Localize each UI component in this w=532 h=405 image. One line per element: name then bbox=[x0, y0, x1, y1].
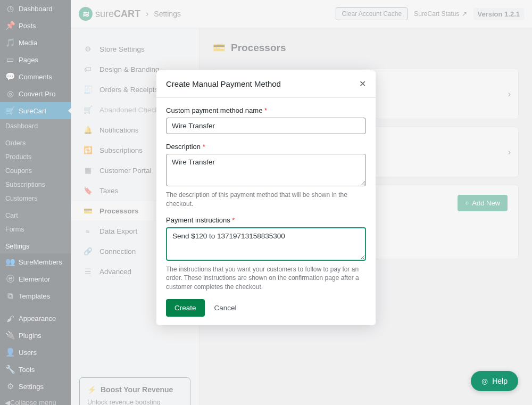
create-payment-modal: Create Manual Payment Method ✕ Custom pa… bbox=[156, 70, 376, 325]
description-label: Description * bbox=[166, 143, 366, 151]
lifebuoy-icon: ◎ bbox=[481, 377, 488, 385]
instructions-label: Payment instructions * bbox=[166, 216, 366, 224]
description-textarea[interactable]: Wire Transfer bbox=[166, 154, 366, 186]
description-help: The description of this payment method t… bbox=[166, 191, 366, 209]
instructions-help: The instructions that you want your cust… bbox=[166, 265, 366, 292]
payment-name-input[interactable] bbox=[166, 118, 366, 134]
instructions-textarea[interactable]: Send $120 to 13719713158835300 bbox=[166, 227, 366, 261]
close-icon[interactable]: ✕ bbox=[359, 79, 366, 89]
help-button[interactable]: ◎ Help bbox=[471, 371, 518, 391]
name-label: Custom payment method name * bbox=[166, 106, 366, 114]
cancel-button[interactable]: Cancel bbox=[214, 304, 237, 312]
modal-title: Create Manual Payment Method bbox=[166, 79, 281, 88]
create-button[interactable]: Create bbox=[166, 299, 205, 317]
